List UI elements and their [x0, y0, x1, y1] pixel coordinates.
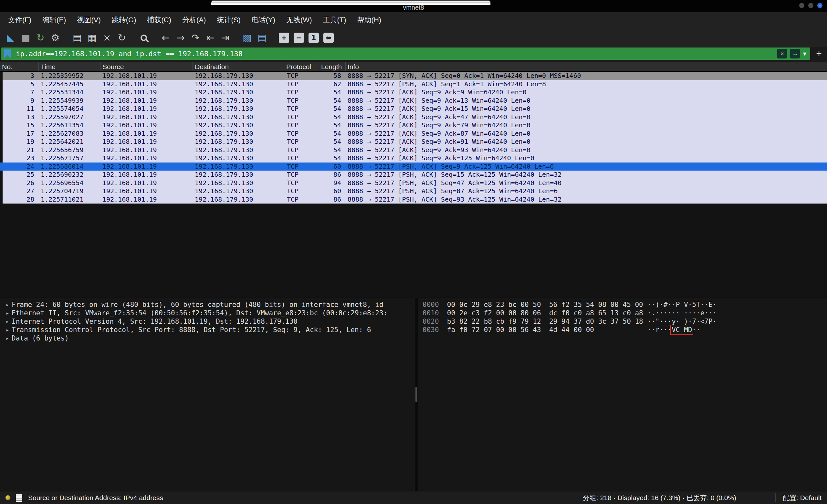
hex-row[interactable]: 000000 0c 29 e8 23 bc 00 50 56 f2 35 54 …	[423, 300, 827, 309]
pane-divider[interactable]	[415, 298, 418, 491]
packet-row[interactable]: 91.225549939192.168.101.19192.168.179.13…	[0, 97, 827, 105]
expander-icon[interactable]: ▸	[3, 309, 12, 317]
packet-row[interactable]: 191.225642021192.168.101.19192.168.179.1…	[0, 138, 827, 146]
expander-icon[interactable]: ▸	[3, 300, 12, 309]
reload-file-icon[interactable]: ↻	[114, 31, 129, 45]
menu-item[interactable]: 工具(T)	[317, 12, 351, 29]
column-header-dst[interactable]: Destination	[193, 62, 284, 71]
menu-item[interactable]: 捕获(C)	[142, 12, 177, 29]
packet-cell-dst: 192.168.179.130	[193, 105, 284, 113]
close-file-icon[interactable]: ×	[99, 31, 114, 45]
menu-item[interactable]: 无线(W)	[281, 12, 317, 29]
packet-row[interactable]: 231.225671757192.168.101.19192.168.179.1…	[0, 154, 827, 162]
packet-row[interactable]: 271.225704719192.168.101.19192.168.179.1…	[0, 187, 827, 196]
menu-item[interactable]: 文件(F)	[3, 12, 37, 29]
zoom-out-icon[interactable]: −	[291, 31, 306, 45]
packet-row[interactable]: 31.225359952192.168.101.19192.168.179.13…	[0, 72, 827, 80]
packet-cell-time: 1.225696554	[39, 179, 100, 187]
packet-row[interactable]: 111.225574054192.168.101.19192.168.179.1…	[0, 105, 827, 113]
start-capture-icon[interactable]: ◣	[3, 31, 18, 45]
toolbar-glyph: ⚙	[51, 32, 60, 43]
tray-close-button[interactable]: ×	[817, 3, 823, 8]
detail-line[interactable]: ▸Frame 24: 60 bytes on wire (480 bits), …	[3, 300, 415, 309]
detail-line[interactable]: ▸Data (6 bytes)	[3, 334, 415, 343]
packet-cell-proto: TCP	[284, 162, 319, 171]
save-file-icon[interactable]: ▦	[85, 31, 99, 45]
packet-row[interactable]: 151.225611354192.168.101.19192.168.179.1…	[0, 121, 827, 130]
tray-dot-icon[interactable]	[799, 3, 805, 8]
filter-dropdown-caret-icon[interactable]: ▾	[803, 50, 806, 57]
column-header-proto[interactable]: Protocol	[284, 62, 319, 71]
packet-row[interactable]: 281.225711021192.168.101.19192.168.179.1…	[0, 196, 827, 204]
menu-item[interactable]: 编辑(E)	[37, 12, 71, 29]
packet-cell-time: 1.225611354	[39, 121, 100, 130]
filter-input[interactable]: ip.addr==192.168.101.19 and ip.dst == 19…	[16, 50, 774, 58]
packet-row[interactable]: 131.225597027192.168.101.19192.168.179.1…	[0, 113, 827, 121]
packet-cell-info: 8888 → 52217 [ACK] Seq=9 Ack=79 Win=6424…	[346, 121, 827, 130]
filter-bookmark-icon[interactable]	[4, 49, 11, 58]
column-header-no[interactable]: No.	[0, 62, 39, 71]
packet-row[interactable]: 71.225531344192.168.101.19192.168.179.13…	[0, 88, 827, 97]
packet-row[interactable]: 251.225690232192.168.101.19192.168.179.1…	[0, 170, 827, 179]
capture-comment-icon[interactable]	[16, 494, 22, 502]
go-to-packet-icon[interactable]: ↷	[188, 31, 203, 45]
packet-cell-len: 54	[319, 88, 346, 97]
open-file-icon[interactable]: ▤	[70, 31, 85, 45]
menu-item[interactable]: 分析(A)	[177, 12, 211, 29]
filter-clear-icon[interactable]: ×	[777, 49, 787, 58]
expander-icon[interactable]: ▸	[3, 334, 12, 343]
packet-cell-proto: TCP	[284, 187, 319, 196]
packet-row[interactable]: 241.225686014192.168.101.19192.168.179.1…	[0, 162, 827, 171]
go-forward-icon[interactable]: →	[173, 31, 188, 45]
hex-row[interactable]: 001000 2e c3 f2 00 00 80 06 dc f0 c0 a8 …	[423, 309, 827, 317]
restart-capture-icon[interactable]: ↻	[33, 31, 48, 45]
packet-cell-no: 19	[3, 138, 39, 146]
column-header-src[interactable]: Source	[100, 62, 193, 71]
menu-item[interactable]: 电话(Y)	[246, 12, 281, 29]
packet-row[interactable]: 171.225627083192.168.101.19192.168.179.1…	[0, 130, 827, 138]
find-packet-icon[interactable]	[136, 31, 151, 45]
expander-icon[interactable]: ▸	[3, 326, 12, 334]
colorize-packets-icon[interactable]: ▩	[240, 31, 254, 45]
filter-apply-icon[interactable]: →	[790, 49, 800, 58]
menu-item[interactable]: 统计(S)	[211, 12, 246, 29]
status-profile[interactable]: 配置: Default	[775, 493, 822, 502]
column-header-time[interactable]: Time	[39, 62, 100, 71]
pane-splitter-handle[interactable]	[416, 387, 418, 402]
filter-add-button[interactable]: +	[812, 48, 826, 60]
go-first-packet-icon[interactable]: ⇤	[203, 31, 218, 45]
packet-row[interactable]: 51.225457445192.168.101.19192.168.179.13…	[0, 80, 827, 89]
column-header-info[interactable]: Info	[346, 62, 827, 71]
detail-line[interactable]: ▸Internet Protocol Version 4, Src: 192.1…	[3, 317, 415, 326]
detail-line[interactable]: ▸Transmission Control Protocol, Src Port…	[3, 326, 415, 334]
packet-list-pane: No.TimeSourceDestinationProtocolLengthIn…	[0, 62, 827, 297]
go-back-icon[interactable]: ←	[158, 31, 173, 45]
filter-bar: ip.addr==192.168.101.19 and ip.dst == 19…	[1, 48, 810, 60]
toolbar-glyph: ◣	[7, 32, 14, 43]
menu-item[interactable]: 帮助(H)	[352, 12, 387, 29]
expander-icon[interactable]: ▸	[3, 317, 12, 326]
packet-cell-len: 86	[319, 196, 346, 204]
menu-item[interactable]: 视图(V)	[71, 12, 106, 29]
packet-cell-dst: 192.168.179.130	[193, 146, 284, 154]
packet-row[interactable]: 261.225696554192.168.101.19192.168.179.1…	[0, 179, 827, 187]
auto-scroll-icon[interactable]: ▤	[254, 31, 270, 45]
hex-row[interactable]: 0030fa f0 72 07 00 00 56 43 4d 44 00 00·…	[423, 326, 827, 334]
go-last-packet-icon[interactable]: ⇥	[218, 31, 233, 45]
expert-info-icon[interactable]	[5, 495, 11, 500]
column-header-len[interactable]: Length	[319, 62, 346, 71]
packet-cell-proto: TCP	[284, 146, 319, 154]
packet-row[interactable]: 211.225656759192.168.101.19192.168.179.1…	[0, 146, 827, 154]
detail-line[interactable]: ▸Ethernet II, Src: VMware_f2:35:54 (00:5…	[3, 309, 415, 317]
packet-cell-no: 9	[3, 97, 39, 105]
hex-row[interactable]: 0020b3 82 22 b8 cb f9 79 12 29 94 37 d0 …	[423, 317, 827, 326]
zoom-100-icon[interactable]: 1	[306, 31, 321, 45]
zoom-in-icon[interactable]: +	[277, 31, 291, 45]
capture-options-icon[interactable]: ⚙	[48, 31, 63, 45]
menu-item[interactable]: 跳转(G)	[106, 12, 142, 29]
tray-dot-icon[interactable]	[808, 3, 814, 8]
toolbar-glyph: −	[294, 33, 304, 43]
packet-cell-dst: 192.168.179.130	[193, 121, 284, 130]
resize-columns-icon[interactable]: ⇔	[321, 31, 336, 45]
stop-capture-icon[interactable]: ■	[18, 31, 33, 45]
